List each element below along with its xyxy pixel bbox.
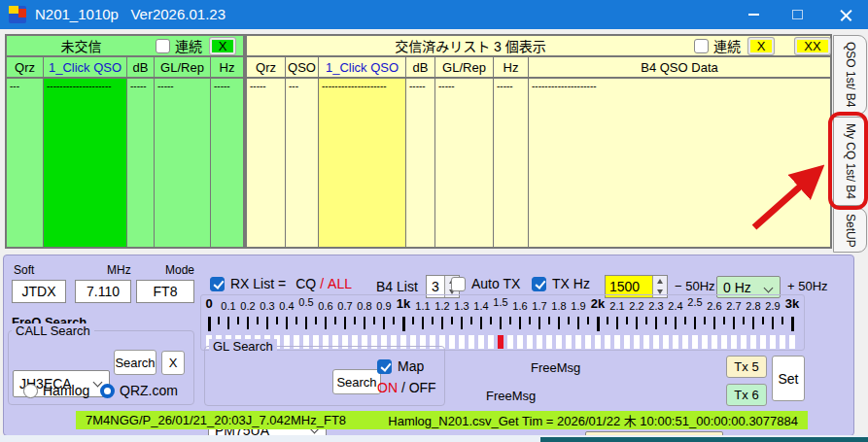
freq-comb-bar[interactable]: [682, 335, 688, 349]
tx-hz-checkbox[interactable]: [532, 277, 546, 291]
column-header-qrz: Qrz: [7, 57, 44, 77]
freq-comb-bar[interactable]: [527, 335, 533, 349]
worked-clear-button[interactable]: X: [748, 38, 774, 54]
freq-comb-bar[interactable]: [585, 335, 591, 349]
worked-continuous-checkbox[interactable]: [694, 39, 709, 53]
table-column-db[interactable]: -----: [406, 79, 435, 247]
freq-tick: [364, 317, 365, 329]
tx-freq-marker[interactable]: [498, 335, 503, 349]
freq-comb-bar[interactable]: [770, 335, 776, 349]
tx-hz-up-button[interactable]: [653, 276, 667, 287]
freq-comb-bar[interactable]: [692, 335, 698, 349]
table-column-hz[interactable]: -----: [494, 79, 529, 247]
close-button[interactable]: [823, 0, 868, 29]
freq-comb-bar[interactable]: [750, 335, 756, 349]
freq-comb-bar[interactable]: [643, 335, 649, 349]
freq-comb-bar[interactable]: [595, 335, 601, 349]
freq-comb-bar[interactable]: [712, 335, 717, 349]
map-checkbox[interactable]: [377, 359, 392, 374]
freq-comb-bar[interactable]: [566, 335, 572, 349]
freq-comb-bar[interactable]: [721, 335, 727, 349]
unworked-header-band: 未交信 連続 X: [7, 36, 243, 57]
freq-tick: [461, 317, 463, 329]
table-column-b4-qso-data[interactable]: --------------------: [529, 79, 830, 247]
freq-tick: [480, 317, 482, 329]
status-bar: 7M4NGG/P_26/01/21_20:03J_7.042MHz_FT8 Ha…: [76, 411, 808, 429]
freq-comb-bar[interactable]: [741, 335, 746, 349]
freq-comb-bar[interactable]: [469, 335, 474, 349]
mhz-value-box: 7.110: [75, 280, 131, 303]
freq-comb-bar[interactable]: [780, 335, 785, 349]
freq-label-1.6: 1.6: [512, 300, 527, 312]
table-column-qrz[interactable]: -----: [247, 79, 286, 247]
qrz-radio[interactable]: [100, 384, 115, 398]
freq-comb-bar[interactable]: [702, 335, 708, 349]
freq-comb-bar[interactable]: [537, 335, 542, 349]
call-search-button[interactable]: Search: [114, 350, 156, 375]
freq-comb-bar[interactable]: [614, 335, 620, 349]
set-button[interactable]: Set: [772, 356, 805, 401]
freq-comb-bar[interactable]: [663, 335, 669, 349]
freq-comb-bar[interactable]: [507, 335, 513, 349]
freq-comb-bar[interactable]: [546, 335, 552, 349]
call-clear-button[interactable]: X: [161, 351, 185, 375]
hamlog-radio[interactable]: [23, 384, 38, 398]
freq-comb-bar[interactable]: [575, 335, 581, 349]
freq-tick: [607, 317, 608, 324]
unworked-continuous-checkbox[interactable]: [156, 39, 170, 53]
worked-column-headers: QrzQSO1_Click QSOdBGL/RepHzB4 QSO Data: [247, 57, 830, 79]
table-column-qrz[interactable]: ---: [7, 79, 44, 247]
freq-comb-bar[interactable]: [634, 335, 640, 349]
table-column-db[interactable]: -----: [127, 79, 155, 247]
freq-tick: [354, 317, 356, 324]
freq-comb-bar[interactable]: [517, 335, 523, 349]
freq-comb-bar[interactable]: [449, 335, 455, 349]
freq-comb-bar[interactable]: [760, 335, 766, 349]
freq-comb-bar[interactable]: [624, 335, 630, 349]
freq-tick: [441, 317, 443, 329]
tx5-button[interactable]: Tx 5: [726, 356, 767, 378]
table-column-1-click-qso[interactable]: --------------------: [319, 79, 406, 247]
freq-tick: [733, 317, 735, 329]
table-column-gl-rep[interactable]: -----: [435, 79, 494, 247]
freq-comb-bar[interactable]: [731, 335, 737, 349]
auto-tx-checkbox[interactable]: [451, 277, 466, 291]
table-column-qso[interactable]: ---: [286, 79, 319, 247]
table-column-hz[interactable]: -----: [211, 79, 243, 247]
freq-tick: [548, 317, 550, 324]
mode-value-box: FT8: [136, 280, 194, 303]
worked-continuous-label: 連続: [713, 36, 741, 55]
gl-search-button[interactable]: Search: [332, 369, 381, 394]
worked-clear-all-button[interactable]: XX: [795, 38, 830, 54]
table-column-gl-rep[interactable]: -----: [155, 79, 211, 247]
unworked-table-body: --------------------------------------: [7, 79, 243, 247]
freq-tick: [781, 317, 783, 324]
freq-comb-bar[interactable]: [556, 335, 562, 349]
freq-comb-bar[interactable]: [488, 335, 494, 349]
rx-list-checkbox[interactable]: [210, 277, 225, 291]
mode-label: Mode: [165, 263, 194, 277]
tab-setup[interactable]: SetUP: [833, 208, 867, 253]
freq-comb-bar[interactable]: [478, 335, 484, 349]
freq-tick: [325, 317, 327, 329]
qrz-label: QRZ.com: [120, 383, 178, 398]
freq-comb-bar[interactable]: [653, 335, 659, 349]
freq-comb-bar[interactable]: [789, 335, 795, 349]
table-column-1-click-qso[interactable]: --------------------: [44, 79, 127, 247]
freq-comb-bar[interactable]: [605, 335, 610, 349]
maximize-button[interactable]: [778, 0, 816, 29]
tx-hz-row: TX Hz: [532, 276, 590, 291]
freq-label-0.2: 0.2: [240, 300, 255, 312]
tab-qso-1st-b4[interactable]: QSO 1st/ B4: [833, 35, 867, 115]
soft-label: Soft: [14, 263, 34, 277]
tx6-button[interactable]: Tx 6: [726, 384, 767, 406]
freq-comb-bar[interactable]: [673, 335, 678, 349]
freq-comb-bar[interactable]: [459, 335, 465, 349]
minimize-button[interactable]: [734, 0, 773, 29]
freq-tick: [208, 317, 211, 331]
worked-table-body: ----------------------------------------…: [247, 79, 830, 247]
freq-tick: [713, 317, 715, 329]
unworked-clear-button[interactable]: X: [210, 38, 235, 54]
hamlog-label: Hamlog: [43, 383, 89, 398]
freq-tick: [577, 317, 579, 329]
